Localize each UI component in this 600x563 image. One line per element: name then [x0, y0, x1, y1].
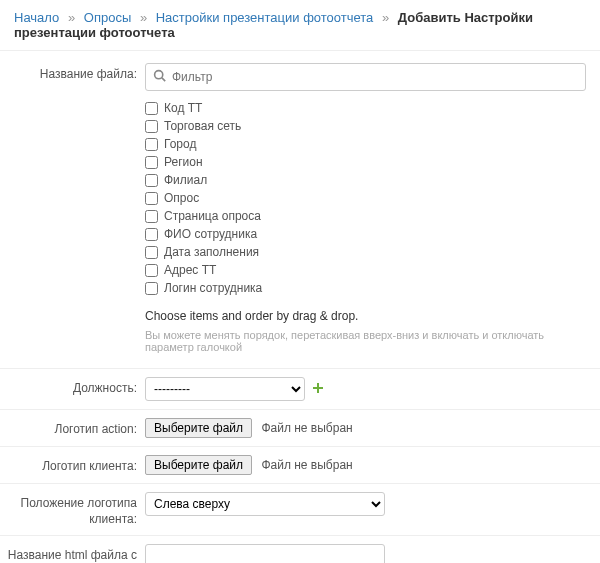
position-label: Должность: [0, 377, 145, 397]
action-logo-file-button[interactable]: Выберите файл [145, 418, 252, 438]
list-item[interactable]: Дата заполнения [145, 243, 586, 261]
svg-rect-3 [313, 387, 323, 389]
checkbox[interactable] [145, 174, 158, 187]
list-item[interactable]: Логин сотрудника [145, 279, 586, 297]
option-label: Торговая сеть [164, 119, 241, 133]
checkbox[interactable] [145, 120, 158, 133]
option-label: Дата заполнения [164, 245, 259, 259]
client-logo-label: Логотип клиента: [0, 455, 145, 475]
option-label: Логин сотрудника [164, 281, 262, 295]
breadcrumb-link-surveys[interactable]: Опросы [84, 10, 131, 25]
filename-label: Название файла: [0, 63, 145, 83]
option-label: Опрос [164, 191, 199, 205]
drag-drop-note: Choose items and order by drag & drop. [145, 309, 586, 323]
position-select[interactable]: --------- [145, 377, 305, 401]
option-label: Адрес ТТ [164, 263, 216, 277]
client-logo-file-status: Файл не выбран [261, 458, 352, 472]
breadcrumb-link-home[interactable]: Начало [14, 10, 59, 25]
html-name-label: Название html файла с презентацией: [0, 544, 145, 563]
list-item[interactable]: Опрос [145, 189, 586, 207]
client-logo-pos-select[interactable]: Слева сверху [145, 492, 385, 516]
drag-drop-hint: Вы можете менять порядок, перетаскивая в… [145, 329, 586, 353]
list-item[interactable]: Филиал [145, 171, 586, 189]
list-item[interactable]: Код ТТ [145, 99, 586, 117]
breadcrumb-sep: » [135, 10, 152, 25]
list-item[interactable]: ФИО сотрудника [145, 225, 586, 243]
option-label: Код ТТ [164, 101, 202, 115]
list-item[interactable]: Город [145, 135, 586, 153]
option-label: Город [164, 137, 196, 151]
checkbox[interactable] [145, 192, 158, 205]
breadcrumb-link-settings[interactable]: Настройки презентации фотоотчета [156, 10, 374, 25]
filename-options-list: Код ТТ Торговая сеть Город Регион Филиал… [145, 99, 586, 297]
checkbox[interactable] [145, 210, 158, 223]
action-logo-label: Логотип action: [0, 418, 145, 438]
option-label: Регион [164, 155, 203, 169]
breadcrumb-sep: » [377, 10, 394, 25]
client-logo-file-button[interactable]: Выберите файл [145, 455, 252, 475]
checkbox[interactable] [145, 264, 158, 277]
filename-filter-input[interactable] [145, 63, 586, 91]
list-item[interactable]: Торговая сеть [145, 117, 586, 135]
checkbox[interactable] [145, 156, 158, 169]
list-item[interactable]: Регион [145, 153, 586, 171]
checkbox[interactable] [145, 246, 158, 259]
checkbox[interactable] [145, 138, 158, 151]
client-logo-pos-label: Положение логотипа клиента: [0, 492, 145, 527]
option-label: ФИО сотрудника [164, 227, 257, 241]
form: Название файла: Код ТТ Торговая сеть Гор… [0, 50, 600, 563]
html-name-input[interactable] [145, 544, 385, 563]
breadcrumb: Начало » Опросы » Настройки презентации … [0, 0, 600, 50]
checkbox[interactable] [145, 282, 158, 295]
checkbox[interactable] [145, 228, 158, 241]
option-label: Страница опроса [164, 209, 261, 223]
list-item[interactable]: Адрес ТТ [145, 261, 586, 279]
action-logo-file-status: Файл не выбран [261, 421, 352, 435]
add-related-icon[interactable] [312, 382, 324, 397]
option-label: Филиал [164, 173, 207, 187]
checkbox[interactable] [145, 102, 158, 115]
breadcrumb-sep: » [63, 10, 80, 25]
list-item[interactable]: Страница опроса [145, 207, 586, 225]
